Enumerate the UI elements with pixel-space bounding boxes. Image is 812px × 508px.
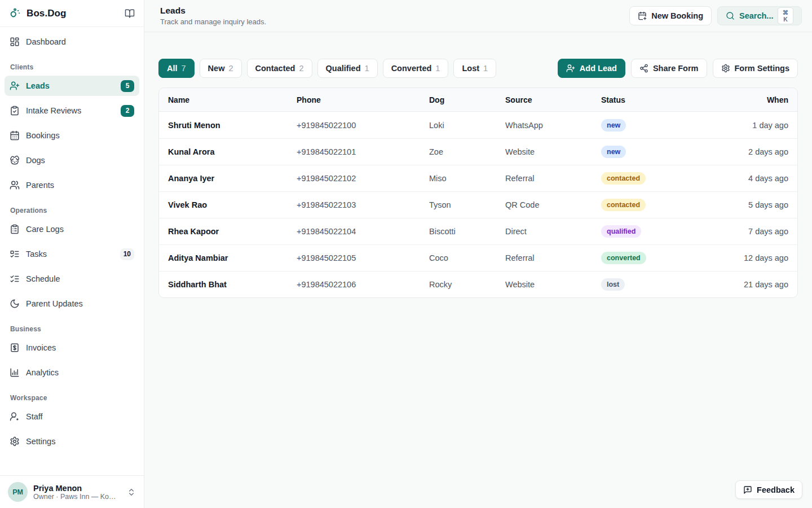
lead-dog: Loki [429,121,505,130]
feedback-button[interactable]: Feedback [735,480,802,499]
filter-count: 2 [299,64,303,73]
sidebar-item-settings[interactable]: Settings [5,431,139,452]
form-settings-label: Form Settings [735,64,789,73]
sidebar-item-label: Settings [26,437,55,446]
sidebar-header: Bos.Dog [0,0,144,27]
column-header-status: Status [601,95,722,104]
feedback-label: Feedback [757,485,795,494]
lead-dog: Zoe [429,147,505,156]
lead-actions: Add Lead Share Form Form Settings [558,59,798,78]
user-plus-icon [566,64,575,73]
table-row[interactable]: Shruti Menon +919845022100 Loki WhatsApp… [159,112,797,138]
search-shortcut-kbd: ⌘ K [778,7,793,24]
sidebar-item-label: Bookings [26,131,60,140]
filter-pill-qualified[interactable]: Qualified 1 [317,59,378,78]
sidebar-item-label: Intake Reviews [26,106,81,115]
status-badge: contacted [601,199,646,211]
sidebar-item-intake-reviews[interactable]: Intake Reviews 2 [5,100,139,121]
form-settings-button[interactable]: Form Settings [713,59,798,78]
sidebar-item-schedule[interactable]: Schedule [5,269,139,289]
users-icon [10,180,20,190]
filter-count: 7 [182,64,186,73]
table-row[interactable]: Vivek Rao +919845022103 Tyson QR Code co… [159,191,797,218]
section-label-operations: Operations [5,200,139,219]
search-placeholder: Search... [739,11,773,20]
lead-name: Kunal Arora [168,147,297,156]
lead-when: 5 days ago [722,200,788,209]
page-title: Leads [160,6,266,16]
page-heading: Leads Track and manage inquiry leads. [160,6,266,26]
sidebar-item-label: Invoices [26,343,56,352]
column-header-dog: Dog [429,95,505,104]
sidebar-item-tasks[interactable]: Tasks 10 [5,244,139,264]
sidebar-item-parent-updates[interactable]: Parent Updates [5,294,139,314]
section-label-workspace: Workspace [5,387,139,406]
sidebar-item-label: Tasks [26,249,47,259]
sidebar-item-label: Parents [26,181,54,190]
filter-pill-converted[interactable]: Converted 1 [383,59,449,78]
sidebar-item-invoices[interactable]: Invoices [5,338,139,358]
filter-label: Lost [462,64,479,73]
filter-pill-new[interactable]: New 2 [200,59,242,78]
new-booking-button[interactable]: New Booking [629,6,712,25]
lead-phone: +919845022101 [297,147,429,156]
sidebar-item-label: Dogs [26,156,45,165]
filter-pill-contacted[interactable]: Contacted 2 [247,59,312,78]
paw-logo-icon [9,7,21,20]
lead-phone: +919845022103 [297,200,429,209]
sidebar-item-care-logs[interactable]: Care Logs [5,219,139,239]
lead-phone: +919845022105 [297,253,429,262]
status-badge: new [601,119,626,132]
lead-dog: Tyson [429,200,505,209]
table-row[interactable]: Siddharth Bhat +919845022106 Rocky Websi… [159,271,797,297]
filter-pill-all[interactable]: All 7 [158,59,195,78]
table-row[interactable]: Aditya Nambiar +919845022105 Coco Referr… [159,244,797,271]
lead-when: 4 days ago [722,174,788,183]
status-filter-pills: All 7 New 2 Contacted 2 Qualified 1 [158,59,496,78]
table-row[interactable]: Ananya Iyer +919845022102 Miso Referral … [159,165,797,191]
filter-pill-lost[interactable]: Lost 1 [453,59,496,78]
gear-icon [10,436,20,446]
lead-source: WhatsApp [505,121,601,130]
lead-phone: +919845022102 [297,174,429,183]
lead-name: Shruti Menon [168,121,297,130]
table-row[interactable]: Rhea Kapoor +919845022104 Biscotti Direc… [159,218,797,244]
sidebar-item-dashboard[interactable]: Dashboard [5,32,139,52]
lead-phone: +919845022104 [297,227,429,236]
sidebar-item-label: Dashboard [26,37,66,46]
status-badge: converted [601,252,646,264]
filter-label: Contacted [255,64,295,73]
app-root: Bos.Dog Dashboard Clients Leads [0,0,812,508]
lead-source: Direct [505,227,601,236]
main-area: Leads Track and manage inquiry leads. Ne… [144,0,812,508]
sidebar-item-leads[interactable]: Leads 5 [5,76,139,96]
bar-chart-icon [10,367,20,378]
leads-table: Name Phone Dog Source Status When Shruti… [158,87,798,298]
search-button[interactable]: Search... ⌘ K [717,6,802,25]
lead-when: 2 days ago [722,147,788,156]
sidebar-item-parents[interactable]: Parents [5,175,139,195]
topbar: Leads Track and manage inquiry leads. Ne… [144,0,812,32]
add-lead-button[interactable]: Add Lead [558,59,625,78]
share-form-button[interactable]: Share Form [631,59,707,78]
filter-label: Qualified [326,64,361,73]
lead-source: Website [505,280,601,289]
table-row[interactable]: Kunal Arora +919845022101 Zoe Website ne… [159,138,797,165]
topbar-actions: New Booking Search... ⌘ K [629,6,802,25]
lead-source: Website [505,147,601,156]
filter-count: 2 [228,64,233,73]
column-header-phone: Phone [297,95,429,104]
sidebar-item-staff[interactable]: Staff [5,406,139,427]
sidebar-item-bookings[interactable]: Bookings [5,125,139,146]
status-badge: contacted [601,172,646,185]
column-header-when: When [722,95,788,104]
sidebar-item-analytics[interactable]: Analytics [5,362,139,383]
clipboard-check-icon [10,106,20,116]
clipboard-list-icon [10,224,20,234]
user-menu[interactable]: PM Priya Menon Owner · Paws Inn — Kora..… [0,475,144,508]
sidebar-item-dogs[interactable]: Dogs [5,150,139,170]
status-badge: new [601,146,626,158]
sidebar-collapse-button[interactable] [125,8,135,19]
lead-when: 7 days ago [722,227,788,236]
lead-when: 21 days ago [722,280,788,289]
